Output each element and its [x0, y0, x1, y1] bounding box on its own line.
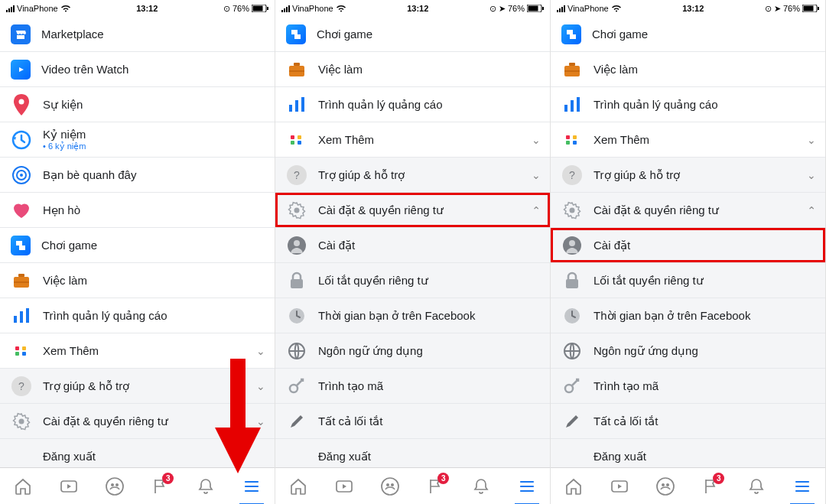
lock-icon [286, 270, 307, 291]
menu-item-none[interactable]: Đăng xuất [0, 439, 275, 467]
menu-item-lock[interactable]: Lối tắt quyền riêng tư [275, 263, 550, 298]
battery-icon [252, 5, 268, 12]
tab-home[interactable] [5, 468, 41, 505]
tab-flag[interactable]: 3 [692, 468, 729, 505]
briefcase-icon [561, 59, 583, 80]
menu-item-lock[interactable]: Lối tắt quyền riêng tư [551, 263, 825, 298]
menu-item-profile[interactable]: Cài đặt [275, 228, 550, 263]
tab-video[interactable] [601, 468, 638, 505]
tab-bell[interactable] [187, 468, 224, 505]
svg-rect-23 [294, 63, 300, 66]
tab-bell[interactable] [463, 468, 499, 505]
menu-item-ads[interactable]: Trình quản lý quảng cáo [0, 298, 275, 333]
globe-icon [286, 340, 307, 362]
battery-label: 76% [233, 4, 249, 13]
menu-item-pencil[interactable]: Tất cả lối tắt [551, 404, 825, 439]
tab-menu[interactable] [233, 468, 270, 505]
tab-menu[interactable] [784, 468, 821, 505]
menu-item-settings[interactable]: Cài đặt & quyền riêng tư⌄ [551, 193, 825, 228]
menu-item-clock[interactable]: Thời gian bạn ở trên Facebook [551, 298, 825, 333]
tab-menu[interactable] [509, 468, 545, 505]
menu-item-globe[interactable]: Ngôn ngữ ứng dụng [551, 333, 825, 369]
svg-point-57 [662, 483, 665, 486]
menu-item-jobs[interactable]: Việc làm [275, 52, 550, 87]
menu-item-ads[interactable]: Trình quản lý quảng cáo [275, 87, 550, 122]
menu-item-ads[interactable]: Trình quản lý quảng cáo [551, 87, 825, 122]
menu-item-game[interactable]: Chơi game [551, 17, 825, 52]
menu-item-event[interactable]: Sự kiện [0, 87, 275, 122]
status-bar: VinaPhone 13:12 ⊙ ➤ 76% [551, 0, 825, 17]
help-icon: ? [561, 164, 583, 186]
svg-point-17 [111, 483, 114, 486]
menu-item-none[interactable]: Đăng xuất [551, 439, 825, 467]
menu-item-help[interactable]: ?Trợ giúp & hỗ trợ⌄ [551, 158, 825, 193]
tab-video[interactable] [50, 468, 87, 505]
menu-item-profile[interactable]: Cài đặt [551, 228, 825, 263]
menu-item-jobs[interactable]: Việc làm [0, 263, 275, 298]
menu-item-label: Marketplace [41, 28, 265, 41]
menu-item-label: Đăng xuất [43, 450, 265, 463]
tab-groups[interactable] [96, 468, 133, 505]
key-icon [286, 376, 307, 397]
screen-2: VinaPhone 13:12 ⊙ ➤ 76% Chơi gameViệc là… [275, 0, 551, 504]
menu-item-settings[interactable]: Cài đặt & quyền riêng tư⌄ [275, 193, 550, 228]
menu-item-jobs[interactable]: Việc làm [551, 52, 825, 87]
menu-item-help[interactable]: ?Trợ giúp & hỗ trợ⌄ [0, 369, 275, 404]
pencil-icon [286, 411, 307, 432]
menu-item-game[interactable]: Chơi game [0, 228, 275, 263]
menu-item-settings[interactable]: Cài đặt & quyền riêng tư⌄ [0, 404, 275, 439]
tab-groups[interactable] [647, 468, 684, 505]
menu-item-memory[interactable]: Kỷ niệm• 6 kỷ niệm [0, 122, 275, 158]
tab-video[interactable] [326, 468, 363, 505]
menu-item-pencil[interactable]: Tất cả lối tắt [275, 404, 550, 439]
svg-rect-13 [26, 308, 29, 323]
location-icon: ➤ [499, 4, 506, 14]
menu-item-none[interactable]: Đăng xuất [275, 439, 550, 467]
svg-point-48 [570, 207, 575, 213]
svg-point-54 [565, 385, 573, 392]
svg-rect-31 [291, 279, 303, 288]
menu-list: Chơi gameViệc làmTrình quản lý quảng cáo… [551, 17, 825, 467]
tab-flag[interactable]: 3 [417, 468, 454, 505]
menu-item-label: Đăng xuất [318, 450, 541, 463]
menu-item-label: Lối tắt quyền riêng tư [318, 274, 541, 288]
tab-flag[interactable]: 3 [141, 468, 178, 505]
menu-item-game[interactable]: Chơi game [275, 17, 550, 52]
menu-item-globe[interactable]: Ngôn ngữ ứng dụng [275, 333, 550, 369]
menu-item-video[interactable]: Video trên Watch [0, 52, 275, 87]
menu-item-dating[interactable]: Hẹn hò [0, 193, 275, 228]
menu-item-key[interactable]: Trình tạo mã [275, 369, 550, 404]
blank-icon [561, 446, 583, 467]
svg-point-3 [19, 99, 24, 104]
gear-icon [561, 200, 583, 221]
menu-item-marketplace[interactable]: Marketplace [0, 17, 275, 52]
menu-item-label: Việc làm [43, 274, 265, 288]
briefcase-icon [286, 59, 307, 80]
tab-home[interactable] [280, 468, 317, 505]
menu-item-label: Cài đặt [593, 239, 816, 252]
menu-item-more[interactable]: Xem Thêm⌄ [275, 122, 550, 158]
tab-bar: 3 [275, 467, 550, 504]
menu-item-label: Trình quản lý quảng cáo [593, 98, 816, 112]
status-bar: VinaPhone 13:12 ⊙ ➤ 76% [275, 0, 550, 17]
tab-home[interactable] [555, 468, 592, 505]
menu-item-label: Kỷ niệm [43, 128, 265, 141]
menu-item-more[interactable]: Xem Thêm⌄ [551, 122, 825, 158]
gear-icon [11, 411, 32, 432]
menu-item-help[interactable]: ?Trợ giúp & hỗ trợ⌄ [275, 158, 550, 193]
help-icon: ? [286, 164, 307, 186]
pencil-icon [561, 411, 583, 432]
svg-point-30 [294, 240, 300, 246]
menu-item-label: Ngôn ngữ ứng dụng [593, 344, 816, 358]
location-icon: ➤ [774, 4, 781, 14]
battery-label: 76% [508, 4, 525, 13]
menu-item-key[interactable]: Trình tạo mã [551, 369, 825, 404]
menu-item-clock[interactable]: Thời gian bạn ở trên Facebook [275, 298, 550, 333]
svg-rect-25 [289, 105, 292, 112]
tab-bell[interactable] [738, 468, 775, 505]
menu-item-label: Video trên Watch [41, 63, 265, 76]
tab-groups[interactable] [372, 468, 408, 505]
menu-item-more[interactable]: Xem Thêm⌄ [0, 333, 275, 369]
menu-item-nearby[interactable]: Bạn bè quanh đây [0, 158, 275, 193]
event-icon [11, 94, 32, 115]
